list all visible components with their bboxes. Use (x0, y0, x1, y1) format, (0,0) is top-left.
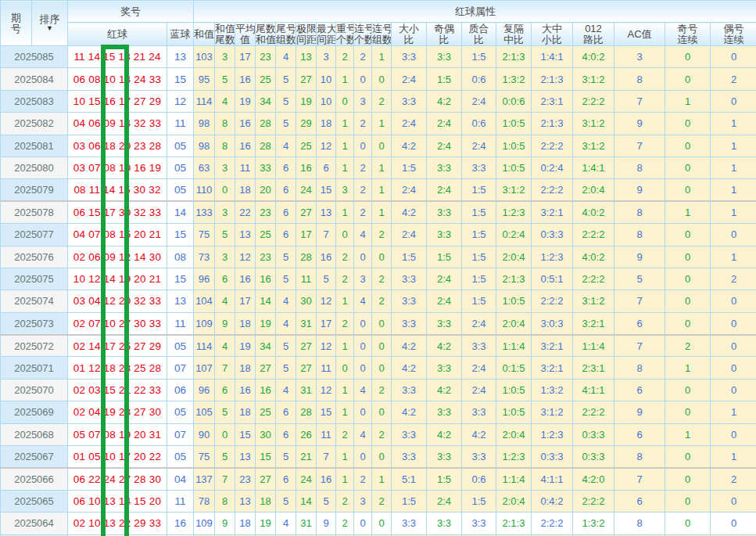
header-sort-label: 排序 (32, 14, 67, 25)
header-attr-line2: 中比 (496, 34, 531, 45)
attr-cell: 2:0:4 (496, 490, 532, 512)
header-attr-line1: 奇偶 (427, 23, 461, 34)
attr-cell: 27 (296, 201, 317, 223)
table-row: 202506506 10 13 14 15 201178813185145232… (1, 490, 756, 512)
table-row: 202508511 14 15 18 21 241310331723413322… (1, 46, 756, 68)
attr-cell: 1:1:4 (496, 468, 532, 490)
attr-cell: 2:1:3 (532, 68, 573, 90)
header-attr-line1: 偶号 (711, 23, 756, 34)
attr-cell: 1 (711, 135, 756, 156)
attr-cell: 2:3:1 (573, 357, 614, 379)
table-row: 202507101 12 18 23 25 280710771827527110… (1, 357, 756, 379)
attr-cell: 1 (336, 335, 354, 357)
attr-cell: 4 (215, 335, 235, 357)
attr-cell: 0 (354, 513, 372, 534)
attr-cell: 12 (317, 135, 336, 156)
period-cell: 2025067 (1, 446, 68, 468)
red-balls-cell: 03 07 08 10 16 19 (68, 156, 167, 178)
attr-cell: 0 (215, 423, 235, 445)
attr-cell: 4 (276, 290, 296, 312)
attr-cell: 114 (194, 90, 215, 112)
period-cell: 2025068 (1, 423, 68, 445)
attr-cell: 2:4 (392, 179, 427, 201)
attr-cell: 31 (296, 379, 317, 401)
attr-cell: 15 (256, 446, 276, 468)
attr-cell: 4:2 (427, 423, 462, 445)
attr-cell: 7 (215, 468, 235, 490)
attr-cell: 8 (614, 68, 665, 90)
attr-cell: 3:3 (392, 379, 427, 401)
attr-cell: 1 (336, 135, 354, 156)
attr-cell: 1 (372, 156, 392, 178)
attr-cell: 3:3 (392, 423, 427, 445)
attr-cell: 4:2 (427, 379, 462, 401)
header-attr-line1: 012 (573, 23, 614, 34)
attr-cell: 0 (372, 357, 392, 379)
attr-cell: 3 (317, 46, 336, 68)
attr-cell: 2 (711, 468, 756, 490)
attr-cell: 1 (711, 246, 756, 268)
attr-cell: 1:5 (392, 246, 427, 268)
attr-cell: 6 (276, 423, 296, 445)
attr-cell: 137 (194, 468, 215, 490)
attr-cell: 1 (336, 113, 354, 135)
attr-cell: 4 (354, 379, 372, 401)
attr-cell: 3:1:2 (573, 68, 614, 90)
attr-cell: 6 (614, 423, 665, 445)
red-balls-cell: 03 04 12 20 32 33 (68, 290, 167, 312)
attr-cell: 30 (256, 423, 276, 445)
attr-cell: 16 (235, 379, 256, 401)
attr-cell: 2 (372, 224, 392, 246)
attr-cell: 5 (215, 68, 235, 90)
attr-cell: 0 (354, 312, 372, 334)
attr-cell: 110 (194, 179, 215, 201)
red-balls-cell: 02 06 09 12 14 30 (68, 246, 167, 268)
header-attr-col: 奇号连续 (665, 23, 711, 46)
attr-cell: 75 (194, 446, 215, 468)
attr-cell: 18 (256, 490, 276, 512)
attr-cell: 0 (665, 68, 711, 90)
attr-cell: 24 (296, 179, 317, 201)
attr-cell: 2:2:2 (532, 290, 573, 312)
attr-cell: 2:4 (427, 113, 462, 135)
attr-cell: 104 (194, 290, 215, 312)
attr-cell: 133 (194, 201, 215, 223)
attr-cell: 18 (235, 513, 256, 534)
attr-cell: 15 (235, 423, 256, 445)
header-attr-col: 重号个数 (336, 23, 354, 46)
attr-cell: 6 (614, 379, 665, 401)
header-attr-line1: 大中 (532, 23, 572, 34)
header-attr-line1: 最大 (317, 23, 335, 34)
attr-cell: 2 (354, 201, 372, 223)
header-blue-ball: 蓝球 (167, 23, 194, 46)
attr-cell: 9 (317, 513, 336, 534)
attr-cell: 15 (317, 401, 336, 423)
attr-cell: 1:3:2 (496, 68, 532, 90)
attr-cell: 0 (711, 290, 756, 312)
attr-cell: 2:4 (462, 135, 496, 156)
attr-cell: 1 (372, 468, 392, 490)
sort-desc-icon[interactable]: ▼ (32, 25, 67, 32)
attr-cell: 3:2:1 (532, 335, 573, 357)
header-sort[interactable]: 排序 ▼ (32, 1, 68, 46)
table-row: 202506701 05 10 17 20 220575513155217100… (1, 446, 756, 468)
attr-cell: 105 (194, 401, 215, 423)
attr-cell: 90 (194, 423, 215, 445)
attr-cell: 28 (256, 135, 276, 156)
header-attr-line2: 尾数 (215, 34, 235, 45)
attr-cell: 1 (665, 90, 711, 112)
red-balls-cell: 02 03 15 21 22 33 (68, 379, 167, 401)
attr-cell: 107 (194, 357, 215, 379)
attr-cell: 2:1:3 (496, 268, 532, 290)
blue-ball-cell: 06 (167, 379, 194, 401)
attr-cell: 0:5:1 (532, 268, 573, 290)
attr-cell: 0 (665, 156, 711, 178)
attr-cell: 1:5 (462, 290, 496, 312)
attr-cell: 1:4:1 (532, 46, 573, 68)
attr-cell: 3:3 (392, 90, 427, 112)
attr-cell: 9 (614, 401, 665, 423)
attr-cell: 18 (235, 357, 256, 379)
attr-cell: 2 (372, 379, 392, 401)
attr-cell: 10 (317, 68, 336, 90)
attr-cell: 6 (215, 268, 235, 290)
